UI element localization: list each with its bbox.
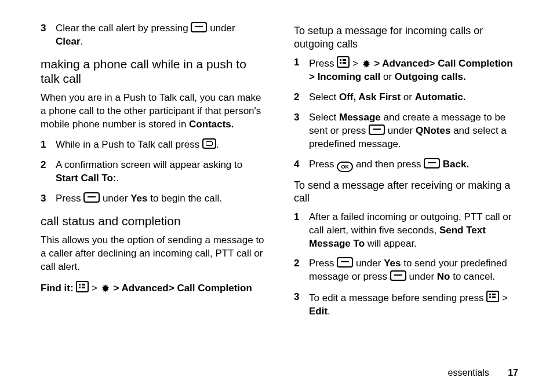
steps-list: 1 While in a Push to Talk call press . 2… — [41, 138, 265, 206]
continued-list: 3 Clear the call alert by pressing under… — [41, 22, 265, 49]
paragraph: This allows you the option of sending a … — [41, 234, 265, 274]
right-column: To setup a message for incoming calls or… — [294, 17, 518, 325]
step-number: 3 — [294, 111, 309, 151]
step-number: 3 — [41, 192, 56, 206]
text: > — [89, 283, 100, 294]
ui-label-back: Back. — [443, 159, 469, 170]
ok-icon: OK — [337, 162, 353, 172]
settings-icon — [361, 58, 372, 69]
heading-making-phone-call: making a phone call while in a push to t… — [41, 57, 265, 86]
step-number: 2 — [294, 257, 309, 284]
softkey-icon — [83, 192, 100, 203]
text: will appear. — [365, 238, 417, 249]
ui-label-yes: Yes — [130, 193, 147, 204]
ui-label-no: No — [437, 271, 450, 282]
text: Press — [309, 159, 337, 170]
text: Select — [309, 112, 339, 123]
softkey-icon — [390, 270, 406, 281]
text: . — [328, 306, 330, 317]
text: under — [385, 125, 416, 136]
step-text: While in a Push to Talk call press . — [56, 138, 265, 152]
list-item: 3 To edit a message before sending press… — [294, 291, 518, 318]
find-it-path: > Advanced> Call Completion — [111, 283, 252, 294]
text: While in a Push to Talk call press — [56, 139, 202, 150]
subheading-setup-message: To setup a message for incoming calls or… — [294, 24, 518, 50]
speaker-icon — [202, 138, 216, 149]
softkey-icon — [191, 22, 207, 32]
softkey-icon — [424, 158, 440, 168]
list-item: 2 Press under Yes to send your predefine… — [294, 257, 518, 284]
menu-icon — [337, 56, 350, 68]
step-text: Press > > Advanced> Call Completion > In… — [309, 56, 518, 84]
paragraph: When you are in a Push to Talk call, you… — [41, 91, 265, 131]
ui-label-edit: Edit — [309, 306, 328, 317]
two-column-layout: 3 Clear the call alert by pressing under… — [41, 17, 518, 325]
find-it-line: Find it: > > Advanced> Call Completion — [41, 281, 265, 295]
step-text: Select Message and create a message to b… — [309, 111, 518, 151]
step-text: To edit a message before sending press >… — [309, 291, 518, 318]
text: to cancel. — [450, 271, 495, 282]
subheading-send-message: To send a message after receiving or mak… — [294, 179, 518, 205]
step-text: Press under Yes to send your predefined … — [309, 257, 518, 284]
text: or — [380, 71, 395, 82]
page-number: 17 — [508, 368, 518, 378]
ui-label-contacts: Contacts. — [189, 119, 234, 130]
step-text: Select Off, Ask First or Automatic. — [309, 91, 518, 104]
text: Select — [309, 91, 339, 102]
text: To edit a message before sending press — [309, 292, 486, 303]
ui-label-clear: Clear — [56, 36, 81, 47]
text: under — [210, 23, 235, 34]
ui-label-message: Message — [339, 112, 381, 123]
step-number: 2 — [294, 91, 309, 104]
step-number: 1 — [41, 138, 56, 152]
text: under — [406, 271, 437, 282]
list-item: 2 A confirmation screen will appear aski… — [41, 159, 265, 185]
list-item: 3 Clear the call alert by pressing under… — [41, 22, 265, 49]
find-it-label: Find it: — [41, 283, 76, 294]
list-item: 1 While in a Push to Talk call press . — [41, 138, 265, 152]
section-name: essentials — [448, 368, 489, 378]
text: > — [350, 58, 361, 69]
text: . — [81, 36, 83, 47]
step-number: 1 — [294, 211, 309, 251]
ui-options: Off, Ask First — [339, 91, 401, 102]
settings-icon — [100, 283, 111, 294]
text: to begin the call. — [147, 193, 222, 204]
text: Press — [309, 58, 337, 69]
text: under — [100, 193, 130, 204]
text: A confirmation screen will appear asking… — [56, 159, 242, 170]
list-item: 1 After a failed incoming or outgoing, P… — [294, 211, 518, 251]
step-number: 4 — [294, 158, 309, 172]
softkey-icon — [369, 124, 385, 135]
list-item: 4 Press OK and then press Back. — [294, 158, 518, 172]
menu-icon — [486, 291, 499, 302]
step-number: 3 — [41, 22, 56, 49]
list-item: 2 Select Off, Ask First or Automatic. — [294, 91, 518, 104]
text: > — [499, 292, 508, 303]
text: under — [353, 258, 384, 269]
steps-list: 1 After a failed incoming or outgoing, P… — [294, 211, 518, 319]
steps-list: 1 Press > > Advanced> Call Completion > … — [294, 56, 518, 172]
step-number: 2 — [41, 159, 56, 185]
step-number: 1 — [294, 56, 309, 84]
menu-icon — [76, 281, 89, 292]
step-text: Press under Yes to begin the call. — [56, 192, 265, 206]
text: Press — [309, 258, 337, 269]
ui-label-start-call-to: Start Call To: — [56, 173, 117, 184]
text: or — [401, 91, 415, 102]
ui-option: Automatic. — [415, 91, 466, 102]
text: . — [117, 173, 119, 184]
left-column: 3 Clear the call alert by pressing under… — [41, 17, 265, 325]
ui-label-yes: Yes — [384, 258, 401, 269]
step-text: Press OK and then press Back. — [309, 158, 518, 172]
text: Press — [56, 193, 83, 204]
step-text: Clear the call alert by pressing under C… — [56, 22, 265, 49]
step-text: After a failed incoming or outgoing, PTT… — [309, 211, 518, 251]
list-item: 1 Press > > Advanced> Call Completion > … — [294, 56, 518, 84]
list-item: 3 Press under Yes to begin the call. — [41, 192, 265, 206]
manual-page: 3 Clear the call alert by pressing under… — [0, 0, 553, 392]
page-footer: essentials 17 — [448, 368, 518, 378]
heading-call-status: call status and completion — [41, 214, 265, 228]
step-text: A confirmation screen will appear asking… — [56, 159, 265, 185]
list-item: 3 Select Message and create a message to… — [294, 111, 518, 151]
